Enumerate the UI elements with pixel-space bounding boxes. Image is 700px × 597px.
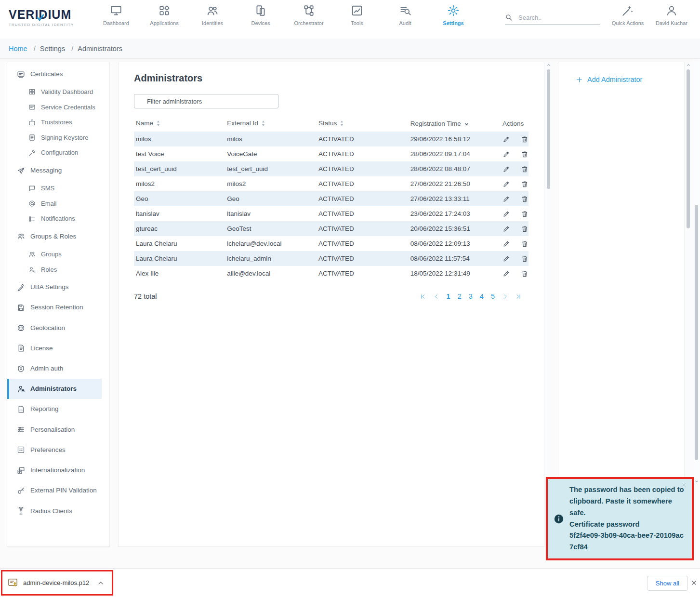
- main-scrollbar[interactable]: [545, 62, 552, 547]
- table-row[interactable]: Alex Ilie ailie@dev.local ACTIVATED 18/0…: [134, 266, 528, 281]
- table-row[interactable]: milos2 milos2 ACTIVATED 27/06/2022 21:26…: [134, 176, 528, 191]
- page-5[interactable]: 5: [491, 292, 495, 300]
- previous-page-icon[interactable]: [433, 293, 439, 300]
- first-page-icon[interactable]: [420, 293, 426, 300]
- edit-icon[interactable]: [502, 135, 510, 143]
- page-scrollbar-thumb[interactable]: [687, 69, 690, 228]
- table-row[interactable]: test Voice VoiceGate ACTIVATED 28/06/202…: [134, 146, 528, 161]
- page-2[interactable]: 2: [458, 292, 462, 300]
- nav-item-settings[interactable]: Settings: [429, 4, 477, 26]
- table-row[interactable]: Laura Chelaru lchelaru@dev.local ACTIVAT…: [134, 236, 528, 251]
- page-3[interactable]: 3: [469, 292, 473, 300]
- edit-icon[interactable]: [502, 195, 510, 203]
- sidebar-item-messaging[interactable]: Messaging: [7, 160, 102, 181]
- sidebar-item-notifications[interactable]: Notifications: [7, 211, 102, 226]
- delete-icon[interactable]: [521, 255, 528, 263]
- table-row[interactable]: ltanislav ltanislav ACTIVATED 23/06/2022…: [134, 206, 528, 221]
- scroll-down-icon[interactable]: [693, 478, 700, 485]
- download-item[interactable]: admin-device-milos.p12: [1, 570, 113, 596]
- page-scrollbar[interactable]: [685, 62, 691, 547]
- sidebar-item-license[interactable]: License: [7, 338, 102, 358]
- sidebar-item-geolocation[interactable]: Geolocation: [7, 318, 102, 338]
- sidebar-item-roles[interactable]: Roles: [7, 262, 102, 278]
- sidebar-item-email[interactable]: Email: [7, 196, 102, 212]
- sidebar-scrollbar[interactable]: [693, 0, 700, 485]
- column-header-actions[interactable]: Actions: [501, 115, 528, 132]
- sidebar-item-admin-auth[interactable]: Admin auth: [7, 358, 102, 379]
- cell-registration-time: 28/06/2022 08:48:07: [409, 161, 501, 176]
- main-scrollbar-thumb[interactable]: [547, 69, 550, 189]
- search-input[interactable]: [518, 14, 603, 21]
- table-row[interactable]: test_cert_uuid test_cert_uuid ACTIVATED …: [134, 161, 528, 176]
- edit-icon[interactable]: [502, 270, 510, 278]
- column-header-registration-time[interactable]: Registration Time: [409, 115, 501, 132]
- sidebar-item-configuration[interactable]: Configuration: [7, 145, 102, 160]
- chevron-up-icon[interactable]: [97, 579, 105, 587]
- delete-icon[interactable]: [521, 210, 528, 218]
- sidebar-item-session-retention[interactable]: Session Retention: [7, 297, 102, 318]
- sidebar-item-personalisation[interactable]: Personalisation: [7, 420, 102, 440]
- edit-icon[interactable]: [502, 180, 510, 188]
- sidebar-scrollbar-thumb[interactable]: [695, 205, 698, 460]
- sidebar-item-administrators[interactable]: Administrators: [7, 379, 102, 399]
- sidebar-item-truststores[interactable]: Truststores: [7, 115, 102, 130]
- sidebar-item-radius-clients[interactable]: Radius Clients: [7, 501, 102, 521]
- nav-item-dashboard[interactable]: Dashboard: [92, 4, 140, 26]
- delete-icon[interactable]: [521, 150, 528, 158]
- add-administrator-button[interactable]: Add Administrator: [558, 62, 684, 83]
- sidebar-item-signing-keystore[interactable]: Signing Keystore: [7, 130, 102, 146]
- table-row[interactable]: gtureac GeoTest ACTIVATED 20/06/2022 15:…: [134, 221, 528, 236]
- email-icon: [28, 200, 36, 207]
- nav-item-tools[interactable]: Tools: [333, 4, 381, 26]
- sidebar-item-validity-dashboard[interactable]: Validity Dashboard: [7, 84, 102, 100]
- table-row[interactable]: Geo Geo ACTIVATED 27/06/2022 13:33:11: [134, 191, 528, 206]
- filter-administrators-input[interactable]: [134, 94, 278, 108]
- edit-icon[interactable]: [502, 150, 510, 158]
- delete-icon[interactable]: [521, 240, 528, 248]
- sidebar-item-preferences[interactable]: Preferences: [7, 440, 102, 460]
- sidebar-item-certificates[interactable]: Certificates: [7, 64, 102, 84]
- page-4[interactable]: 4: [480, 292, 484, 300]
- sidebar-item-reporting[interactable]: Reporting: [7, 399, 102, 419]
- edit-icon[interactable]: [502, 165, 510, 173]
- column-header-name[interactable]: Name: [134, 115, 225, 132]
- download-bar-close-icon[interactable]: [690, 579, 698, 586]
- scroll-up-icon[interactable]: [685, 62, 691, 68]
- delete-icon[interactable]: [521, 225, 528, 233]
- delete-icon[interactable]: [521, 195, 528, 203]
- sidebar-item-external-pin-validation[interactable]: External PIN Validation: [7, 480, 102, 501]
- nav-item-identities[interactable]: Identities: [188, 4, 237, 26]
- table-row[interactable]: milos milos ACTIVATED 29/06/2022 16:58:1…: [134, 132, 528, 146]
- table-row[interactable]: Laura Chelaru lchelaru_admin ACTIVATED 0…: [134, 251, 528, 266]
- nav-item-devices[interactable]: Devices: [237, 4, 285, 26]
- user-menu[interactable]: David Kuchar: [651, 4, 692, 26]
- edit-icon[interactable]: [502, 210, 510, 218]
- scroll-up-icon[interactable]: [545, 62, 552, 68]
- show-all-button[interactable]: Show all: [647, 576, 688, 591]
- delete-icon[interactable]: [521, 165, 528, 173]
- delete-icon[interactable]: [521, 270, 528, 278]
- last-page-icon[interactable]: [515, 293, 522, 300]
- nav-item-audit[interactable]: Audit: [381, 4, 429, 26]
- sidebar-item-sms[interactable]: SMS: [7, 181, 102, 196]
- sidebar-item-service-credentials[interactable]: Service Credentials: [7, 100, 102, 115]
- sidebar-item-groups[interactable]: Groups: [7, 247, 102, 262]
- page-1[interactable]: 1: [447, 292, 450, 300]
- column-header-status[interactable]: Status: [317, 115, 409, 132]
- nav-item-applications[interactable]: Applications: [140, 4, 188, 26]
- veridium-logo[interactable]: VERIDIUM TRUSTED DIGITAL IDENTITY: [9, 8, 74, 27]
- delete-icon[interactable]: [521, 135, 528, 143]
- edit-icon[interactable]: [502, 240, 510, 248]
- edit-icon[interactable]: [502, 255, 510, 263]
- toast-close-icon[interactable]: [682, 482, 687, 488]
- next-page-icon[interactable]: [502, 293, 508, 300]
- delete-icon[interactable]: [521, 180, 528, 188]
- sidebar-item-groups-roles[interactable]: Groups & Roles: [7, 226, 102, 247]
- cell-registration-time: 28/06/2022 09:17:04: [409, 146, 501, 161]
- nav-item-orchestrator[interactable]: Orchestrator: [285, 4, 333, 26]
- quick-actions-button[interactable]: Quick Actions: [607, 4, 648, 26]
- edit-icon[interactable]: [502, 225, 510, 233]
- sidebar-item-uba-settings[interactable]: UBA Settings: [7, 277, 102, 297]
- column-header-external-id[interactable]: External Id: [225, 115, 317, 132]
- sidebar-item-internationalization[interactable]: Internationalization: [7, 460, 102, 480]
